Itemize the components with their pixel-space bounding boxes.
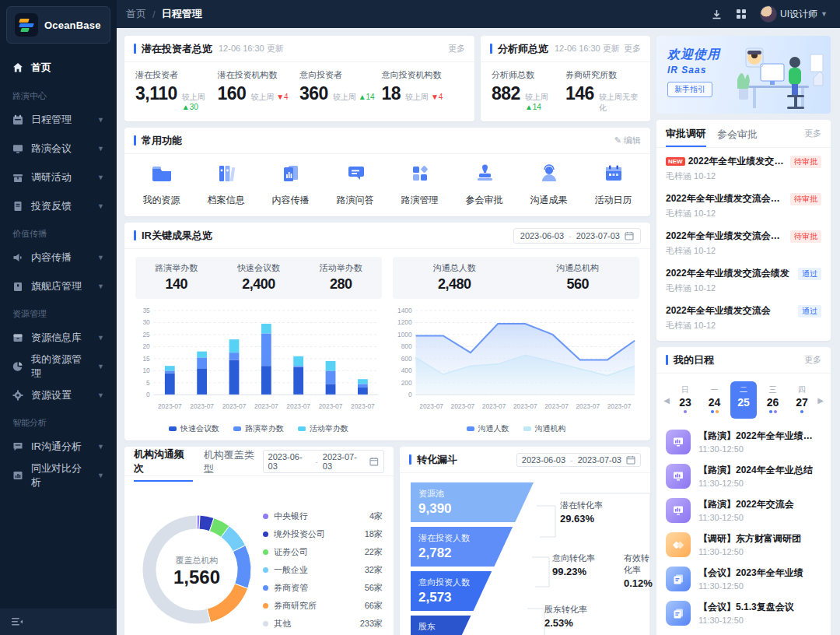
approvals-tab-1[interactable]: 参会审批 [717,121,758,146]
stat-value: 882 [492,83,520,104]
legend-item[interactable]: 快速会议数 [169,423,219,434]
svg-text:2023-07: 2023-07 [158,402,182,410]
sidebar-item[interactable]: 调研活动 ▼ [0,163,117,191]
funnel-date-range-picker[interactable]: 2023-06-03 - 2023-07-03 [516,453,641,467]
calendar-day-25[interactable]: 二25 [730,381,757,419]
download-icon[interactable] [710,8,723,20]
breadcrumb-home[interactable]: 首页 [126,7,146,21]
quick-functions-card: 常用功能 ✎ 编辑 我的资源 档案信息 内容传播 路演问答 路演管理 参会审批 … [124,128,650,216]
quick-function-路演管理[interactable]: 路演管理 [387,162,452,207]
funnel-stage[interactable]: 潜在投资人数 2,782 [411,527,534,567]
quick-function-沟通成果[interactable]: 沟通成果 [516,162,581,207]
comm-tab-0[interactable]: 机构沟通频次 [134,441,193,482]
funnel-stage-value: 9,390 [418,501,534,517]
svg-text:0: 0 [408,391,412,398]
sidebar-item[interactable]: 路演会议 ▼ [0,134,117,163]
sidebar-item[interactable]: 资源信息库 ▼ [0,323,117,352]
legend-item[interactable]: 沟通机构 [523,423,566,434]
schedule-item[interactable]: 【路演】2022年全年业绩发交流会 11:30-12:50 [666,425,821,459]
approvals-more[interactable]: 更多 [804,128,821,139]
donut-legend-label: 中央银行 [274,510,308,522]
brand-name: OceanBase [44,19,101,31]
donut-legend-item[interactable]: 证券公司 22家 [263,543,383,561]
investor-overview-more[interactable]: 更多 [448,43,465,54]
breadcrumb-separator: / [152,9,156,20]
legend-item[interactable]: 路演举办数 [233,423,284,434]
approval-item[interactable]: 2022年全年业绩发交流会绩发 通过 毛梓涵 10-12 [666,261,821,299]
schedule-item[interactable]: 【路演】季度财报总结 11:30-12:50 [666,630,821,635]
sidebar-item[interactable]: 内容传播 ▼ [0,243,117,272]
funnel-stage[interactable]: 资源池 9,390 [411,482,534,522]
calendar-next-icon[interactable]: ▶ [815,396,826,405]
stat-label: 潜在投资机构数 [218,69,300,81]
calendar-day-24[interactable]: 一24 [702,381,728,419]
approvals-tab-0[interactable]: 审批调研 [666,121,706,147]
donut-legend-label: 境外投资公司 [274,528,325,540]
donut-legend-item[interactable]: 一般企业 32家 [263,561,383,579]
funnel-rate: 意向转化率99.23% [552,553,595,577]
donut-legend-item[interactable]: 其他 233家 [263,615,383,633]
calendar-day-26[interactable]: 三26 [760,381,786,419]
quick-function-路演问答[interactable]: 路演问答 [323,162,387,207]
schedule-item[interactable]: 【会议】5.1.3复盘会议 11:30-12:50 [666,596,821,630]
roadshow-monitor-icon [666,464,691,489]
stat-value: 146 [565,83,594,104]
sidebar-item[interactable]: 投资反馈 ▼ [0,191,117,220]
apps-grid-icon[interactable] [735,8,747,20]
sidebar-item[interactable]: 我的资源管理 ▼ [0,352,117,381]
chat-icon [12,441,23,452]
quick-function-参会审批[interactable]: 参会审批 [452,162,516,207]
sidebar-item[interactable]: IR沟通分析 ▼ [0,432,117,461]
brand-logo[interactable]: OceanBase [6,6,110,44]
status-badge: 待审批 [790,156,821,168]
calendar-prev-icon[interactable]: ◀ [661,396,672,405]
sidebar-item-label: 资源信息库 [31,331,82,345]
quick-function-label: 沟通成果 [530,194,568,207]
donut-legend-item[interactable]: 券商研究所 66家 [263,597,383,615]
svg-text:2023-07: 2023-07 [222,402,247,410]
calendar-day-27[interactable]: 四27 [789,381,815,419]
quick-function-内容传播[interactable]: 内容传播 [258,162,323,207]
store-icon [12,281,23,292]
sidebar-item-home[interactable]: 首页 [0,53,117,82]
collapse-sidebar-button[interactable] [0,609,117,635]
edit-quick-functions-button[interactable]: ✎ 编辑 [614,135,641,146]
sidebar-item[interactable]: 旗舰店管理 ▼ [0,272,117,300]
donut-legend-item[interactable]: 境外投资公司 18家 [263,525,383,543]
donut-legend-item[interactable]: 中央银行 4家 [263,507,383,525]
schedule-item[interactable]: 【路演】2024年全年业总结 11:30-12:50 [666,459,821,493]
user-menu[interactable]: UI设计师 ▼ [760,5,828,23]
ir-date-range-picker[interactable]: 2023-06-03 - 2023-07-03 [513,228,641,244]
schedule-item[interactable]: 【会议】2023年全年业绩 11:30-12:50 [666,562,821,596]
comm-date-range-picker[interactable]: 2023-06-03 - 2023-07-03 [263,450,384,473]
schedule-item[interactable]: 【调研】东方财富调研团 11:30-12:50 [666,528,821,562]
legend-item[interactable]: 沟通人数 [467,423,509,434]
sidebar-item[interactable]: 日程管理 ▼ [0,105,117,134]
newbie-guide-button[interactable]: 新手指引 [667,82,712,97]
quick-function-我的资源[interactable]: 我的资源 [129,162,194,207]
sidebar-item-label: 首页 [31,61,51,75]
quick-function-活动日历[interactable]: 活动日历 [581,162,646,207]
quick-function-档案信息[interactable]: 档案信息 [194,162,258,207]
approval-item[interactable]: NEW 2022年全年业绩发交流会绩... 待审批 毛梓涵 10-12 [666,149,821,187]
legend-item[interactable]: 活动举办数 [298,423,348,434]
screen-icon [12,143,23,154]
sidebar-item[interactable]: 同业对比分析 ▼ [0,461,117,489]
funnel-stage[interactable]: 股东 8 [411,616,534,635]
analyst-overview-more[interactable]: 更多 [624,43,641,54]
schedule-more[interactable]: 更多 [804,354,821,366]
approval-item[interactable]: 2022年全年业绩发交流会 通过 毛梓涵 10-12 [666,299,821,336]
approval-item[interactable]: 2022年全年业绩发交流会绩发 待审批 毛梓涵 10-12 [666,224,821,261]
drawer-icon [12,332,23,343]
svg-text:2023-07: 2023-07 [319,402,343,410]
schedule-item[interactable]: 【路演】2022年交流会 11:30-12:50 [666,493,821,528]
sidebar-item[interactable]: 资源设置 ▼ [0,381,117,409]
comm-tab-1[interactable]: 机构覆盖类型 [204,442,263,481]
donut-legend-item[interactable]: 券商资管 56家 [263,579,383,597]
svg-text:2023-07: 2023-07 [576,402,600,410]
calendar-day-23[interactable]: 日23 [672,381,698,419]
funnel-stage[interactable]: 意向投资人数 2,573 [411,571,534,611]
approval-item[interactable]: 2022年全年业绩发交流会绩发 待审批 毛梓涵 10-12 [666,187,821,224]
schedule-item-time: 11:30-12:50 [698,444,821,454]
stacked-bar-chart: 051015202530352023-072023-072023-072023-… [135,303,382,419]
